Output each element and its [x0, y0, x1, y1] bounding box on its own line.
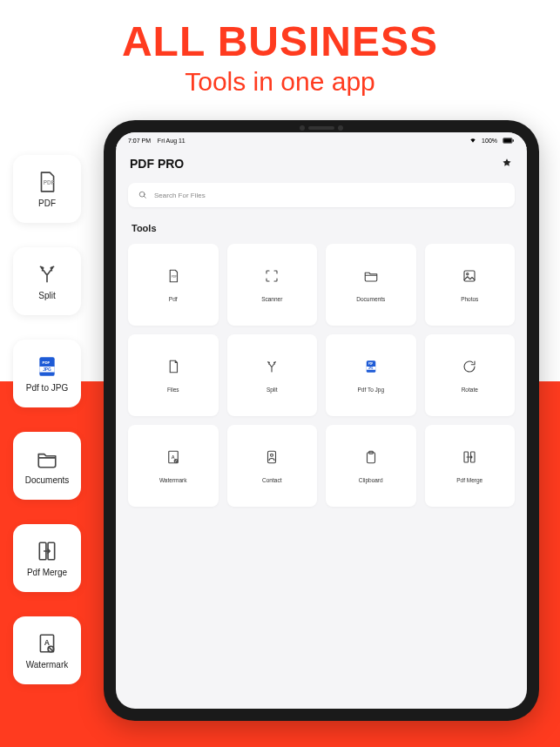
- tool-scanner[interactable]: Scanner: [227, 244, 318, 326]
- side-card-pdf: PDF PDF: [13, 155, 81, 223]
- search-icon: [138, 191, 147, 199]
- settings-icon[interactable]: [501, 158, 513, 170]
- search-placeholder: Search For Files: [154, 192, 206, 199]
- tool-pdftojpg[interactable]: PDFJPG Pdf To Jpg: [326, 334, 416, 416]
- pdf-to-jpg-icon: PDFJPG: [363, 359, 379, 374]
- tool-rotate[interactable]: Rotate: [425, 334, 516, 416]
- side-card-documents: Documents: [13, 432, 81, 500]
- clipboard-icon: [363, 449, 379, 465]
- side-card-split: Split: [13, 247, 81, 315]
- tool-split[interactable]: Split: [227, 334, 318, 416]
- svg-rect-12: [513, 139, 514, 141]
- svg-text:PDF: PDF: [44, 179, 55, 185]
- svg-text:A: A: [44, 638, 51, 647]
- tool-label: Rotate: [462, 387, 478, 393]
- headline: ALL BUSINESS Tools in one app: [0, 0, 560, 97]
- side-label: Documents: [25, 475, 70, 485]
- tool-label: Pdf Merge: [456, 477, 482, 483]
- svg-text:PDF: PDF: [43, 360, 51, 364]
- search-input[interactable]: Search For Files: [128, 183, 515, 207]
- tool-contact[interactable]: Contact: [227, 425, 318, 507]
- tool-label: Files: [167, 387, 179, 393]
- tool-label: Pdf To Jpg: [357, 387, 384, 393]
- tablet-screen: 7:07 PM Fri Aug 11 100% PDF PRO Search F…: [116, 132, 527, 709]
- folder-icon: [363, 268, 379, 284]
- tool-label: Documents: [356, 296, 385, 302]
- scanner-icon: [264, 268, 280, 284]
- tablet-camera: [300, 125, 343, 131]
- svg-point-25: [271, 454, 273, 456]
- svg-text:JPG: JPG: [368, 367, 373, 370]
- tool-label: Contact: [262, 477, 281, 483]
- tool-label: Photos: [461, 296, 478, 302]
- split-icon: [36, 263, 58, 286]
- side-label: Pdf to JPG: [26, 383, 68, 393]
- section-label: Tools: [116, 212, 527, 240]
- side-card-pdftojpg: PDFJPG Pdf to JPG: [13, 340, 81, 407]
- tool-clipboard[interactable]: Clipboard: [326, 425, 416, 507]
- status-bar: 7:07 PM Fri Aug 11 100%: [116, 132, 527, 148]
- status-left: 7:07 PM Fri Aug 11: [128, 138, 186, 144]
- side-label: Split: [38, 291, 55, 300]
- file-icon: [165, 359, 181, 374]
- tool-label: Watermark: [159, 477, 187, 483]
- svg-text:PDF: PDF: [368, 361, 374, 365]
- photo-icon: [462, 268, 477, 284]
- merge-icon: [462, 449, 477, 465]
- tools-grid: PDF Pdf Scanner Documents Photos Files: [116, 240, 527, 510]
- tool-merge[interactable]: Pdf Merge: [425, 425, 516, 507]
- side-label: PDF: [38, 199, 56, 208]
- tool-photos[interactable]: Photos: [425, 244, 516, 326]
- pdf-file-icon: PDF: [36, 171, 58, 193]
- battery-icon: [503, 138, 515, 144]
- merge-icon: [36, 540, 58, 562]
- rotate-icon: [462, 359, 477, 374]
- svg-text:PDF: PDF: [172, 274, 177, 278]
- side-card-merge: Pdf Merge: [13, 524, 81, 592]
- split-icon: [264, 359, 280, 374]
- svg-text:A: A: [172, 454, 175, 459]
- headline-subtitle: Tools in one app: [0, 67, 560, 97]
- wifi-icon: [469, 137, 476, 144]
- svg-rect-24: [268, 451, 276, 463]
- tool-label: Pdf: [169, 296, 178, 302]
- tool-pdf[interactable]: PDF Pdf: [128, 244, 219, 326]
- tool-files[interactable]: Files: [128, 334, 219, 416]
- status-time: 7:07 PM: [128, 138, 151, 144]
- svg-text:JPG: JPG: [43, 367, 51, 371]
- folder-icon: [36, 448, 58, 470]
- tool-label: Clipboard: [359, 477, 383, 483]
- tool-label: Split: [267, 387, 278, 393]
- app-header: PDF PRO: [116, 148, 527, 178]
- svg-rect-11: [503, 138, 511, 143]
- watermark-icon: A: [36, 632, 58, 655]
- app-title: PDF PRO: [130, 157, 184, 171]
- side-label: Watermark: [26, 660, 69, 670]
- tool-documents[interactable]: Documents: [326, 244, 416, 326]
- headline-title: ALL BUSINESS: [0, 17, 560, 65]
- pdf-file-icon: PDF: [165, 268, 181, 284]
- status-date: Fri Aug 11: [158, 138, 186, 144]
- tool-label: Scanner: [261, 296, 282, 302]
- svg-point-16: [467, 273, 469, 274]
- tool-watermark[interactable]: A Watermark: [128, 425, 219, 507]
- status-battery: 100%: [482, 138, 497, 144]
- pdf-to-jpg-icon: PDFJPG: [36, 355, 58, 378]
- tablet-frame: 7:07 PM Fri Aug 11 100% PDF PRO Search F…: [104, 120, 539, 721]
- feature-sidebar: PDF PDF Split PDFJPG Pdf to JPG Document…: [13, 155, 81, 684]
- side-card-watermark: A Watermark: [13, 616, 81, 684]
- svg-rect-15: [464, 271, 475, 281]
- watermark-icon: A: [165, 449, 181, 465]
- status-right: 100%: [469, 137, 515, 144]
- contact-icon: [264, 449, 280, 465]
- side-label: Pdf Merge: [27, 568, 67, 577]
